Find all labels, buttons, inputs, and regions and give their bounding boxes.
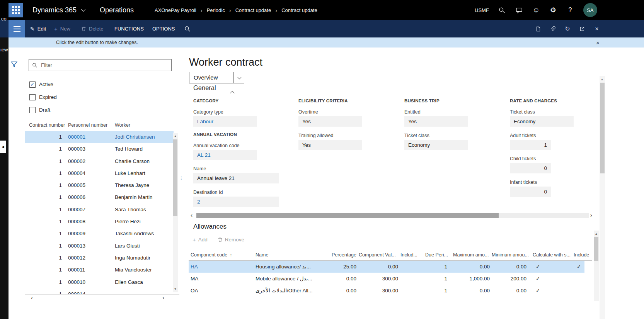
- column-header-personnel-number[interactable]: Personnel number: [68, 122, 107, 128]
- worker-list-scroll-thumb[interactable]: [173, 139, 177, 216]
- worker-list-row[interactable]: 1 000014: [25, 288, 174, 294]
- column-header-component-code[interactable]: Component code ↑: [191, 252, 232, 258]
- worker-list-row[interactable]: 1 000005 Theresa Jayne: [25, 179, 174, 191]
- allowance-row[interactable]: OA البدلات الأخرى/Other All... 0.00 300.…: [189, 285, 592, 297]
- checkbox[interactable]: ✓: [29, 107, 36, 113]
- settings-gear-icon[interactable]: ⚙: [549, 6, 557, 14]
- refresh-icon[interactable]: ↻: [564, 25, 571, 32]
- add-allowance-button[interactable]: + Add: [193, 236, 208, 243]
- worker-list-row[interactable]: 1 000003 Ted Howard: [25, 143, 174, 155]
- view-selector[interactable]: Overview: [189, 72, 244, 83]
- worker-list-row[interactable]: 1 000010 Ellen Gasca: [25, 276, 174, 288]
- edit-button[interactable]: ✎ Edit: [30, 20, 46, 37]
- field-category-type[interactable]: Labour: [193, 116, 257, 127]
- remove-allowance-button[interactable]: Remove: [218, 237, 244, 243]
- section-header-general[interactable]: General: [193, 84, 216, 92]
- filter-input[interactable]: [40, 62, 171, 68]
- field-training-allowed[interactable]: Yes: [298, 140, 362, 150]
- worker-list-row[interactable]: 1 000007 Sara Thomas: [25, 204, 174, 215]
- module-name[interactable]: Operations: [100, 0, 134, 20]
- message-icon[interactable]: [515, 6, 523, 14]
- scroll-down-icon[interactable]: ▼: [173, 287, 178, 292]
- new-button[interactable]: + New: [54, 20, 70, 37]
- feedback-smiley-icon[interactable]: ☺: [532, 6, 540, 14]
- scroll-left-icon[interactable]: ‹: [31, 295, 33, 300]
- close-icon[interactable]: ×: [593, 25, 600, 32]
- functions-menu[interactable]: FUNCTIONS: [114, 20, 144, 37]
- filter-checkbox-row[interactable]: ✓ Expired: [29, 91, 57, 104]
- worker-list-row[interactable]: 1 000001 Jodi Christiansen: [25, 131, 174, 143]
- field-infant-tickets[interactable]: 0: [510, 187, 551, 197]
- column-header-minimum-amount[interactable]: Minimum amou...: [492, 252, 529, 258]
- filter-checkbox-row[interactable]: ✓ Active: [29, 78, 57, 91]
- breadcrumb-item[interactable]: Contract update: [281, 7, 317, 13]
- field-annual-vacation-code[interactable]: AL 21: [193, 150, 257, 160]
- message-bar-close-button[interactable]: ×: [596, 37, 600, 48]
- field-ticket-class-rate[interactable]: Economy: [510, 116, 574, 127]
- worker-list-row[interactable]: 1 000009 Takashi Andrews: [25, 227, 174, 239]
- search-icon[interactable]: [498, 6, 506, 14]
- column-header-percentage[interactable]: Percentage: [324, 252, 356, 258]
- checkbox[interactable]: ✓: [29, 81, 36, 88]
- column-header-included[interactable]: Includ...: [400, 252, 417, 258]
- open-in-new-window-icon[interactable]: [579, 25, 586, 32]
- delete-button[interactable]: Delete: [81, 20, 104, 37]
- scroll-up-icon[interactable]: ▲: [173, 134, 178, 139]
- worker-list-row[interactable]: 1 000013 Lars Giusti: [25, 240, 174, 252]
- splitter-handle[interactable]: ⋮: [179, 175, 184, 181]
- group-header-category: CATEGORY: [193, 98, 219, 103]
- checkbox[interactable]: ✓: [29, 94, 36, 100]
- filter-funnel-icon[interactable]: [10, 61, 18, 68]
- scroll-right-icon[interactable]: ›: [162, 295, 164, 300]
- breadcrumb-item[interactable]: Periodic: [207, 7, 225, 13]
- attachment-paperclip-icon[interactable]: [549, 25, 556, 32]
- field-overtime[interactable]: Yes: [298, 116, 362, 127]
- app-switcher[interactable]: Dynamics 365: [32, 0, 84, 20]
- breadcrumb-item[interactable]: Contract update: [235, 7, 271, 13]
- worker-list-row[interactable]: 1 000008 Pierre Hezi: [25, 215, 174, 227]
- column-header-component-value[interactable]: Component Val...: [359, 252, 396, 258]
- user-avatar[interactable]: SA: [583, 3, 597, 17]
- detail-hscroll-thumb[interactable]: [196, 213, 499, 218]
- column-header-name[interactable]: Name: [256, 252, 268, 258]
- help-icon[interactable]: ?: [566, 6, 574, 14]
- options-menu[interactable]: OPTIONS: [152, 20, 175, 37]
- scroll-left-icon[interactable]: ‹: [191, 212, 193, 218]
- collapse-pane-button[interactable]: ◄: [0, 141, 6, 153]
- page-scroll-thumb[interactable]: [600, 83, 605, 173]
- field-adult-tickets[interactable]: 1: [510, 140, 551, 150]
- worker-list-row[interactable]: 1 000011 Mia Vanclooster: [25, 264, 174, 276]
- worker-list-row[interactable]: 1 000012 Inga Numadutir: [25, 252, 174, 264]
- collapse-section-chevron-icon[interactable]: [231, 89, 234, 96]
- column-header-calculate-with[interactable]: Calculate with s...: [533, 252, 571, 258]
- document-icon[interactable]: [535, 25, 542, 32]
- column-header-contract-number[interactable]: Contract number: [29, 122, 65, 128]
- view-selector-dropdown-button[interactable]: [233, 72, 244, 83]
- field-entitled[interactable]: Yes: [404, 116, 468, 127]
- allowance-row[interactable]: MA Mobile allowance / بدل... 0.00 300.00…: [189, 273, 592, 285]
- field-name[interactable]: Annual leave 21: [193, 173, 279, 183]
- allowance-row[interactable]: HA Housing allowance/ بد... 25.00 0.00 1…: [189, 261, 584, 273]
- app-launcher-button[interactable]: [9, 3, 23, 17]
- breadcrumb-item[interactable]: AXOnePay Payroll: [155, 7, 196, 13]
- scroll-up-icon[interactable]: ▲: [600, 77, 605, 82]
- worker-list-row[interactable]: 1 000004 Luke Lenhart: [25, 167, 174, 179]
- scroll-up-icon[interactable]: ▲: [594, 231, 599, 236]
- scroll-right-icon[interactable]: ›: [590, 212, 592, 218]
- filter-checkbox-row[interactable]: ✓ Draft: [29, 104, 57, 116]
- hamburger-menu-button[interactable]: [9, 20, 25, 37]
- worker-list-row[interactable]: 1 000006 Benjamin Martin: [25, 191, 174, 203]
- column-header-worker[interactable]: Worker: [115, 122, 130, 128]
- field-destination-id[interactable]: 2: [193, 197, 279, 207]
- field-child-tickets[interactable]: 0: [510, 163, 551, 173]
- commandbar-right-icons: ↻ ×: [535, 20, 600, 37]
- field-ticket-class-trip[interactable]: Economy: [404, 140, 468, 150]
- commandbar-search-button[interactable]: [184, 20, 191, 37]
- group-header-eligibility: ELIGIBILITY CRITERIA: [298, 98, 348, 103]
- column-header-due-period[interactable]: Due Peri...: [425, 252, 448, 258]
- company-picker[interactable]: USMF: [475, 7, 489, 13]
- column-header-include[interactable]: Include: [574, 252, 589, 258]
- allowances-scroll-thumb[interactable]: [594, 237, 598, 261]
- worker-list-row[interactable]: 1 000002 Charlie Carson: [25, 155, 174, 167]
- column-header-maximum-amount[interactable]: Maximum amo...: [453, 252, 489, 258]
